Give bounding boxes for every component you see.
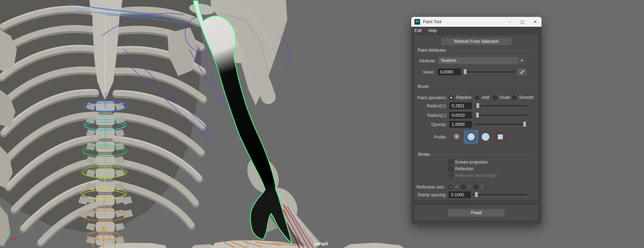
profile-soft-button[interactable] (464, 130, 478, 144)
maximize-button[interactable]: □ (516, 17, 529, 27)
stroke-section-header[interactable]: Stroke (418, 152, 535, 157)
window-titlebar[interactable]: M Paint Tool – □ ✕ (411, 17, 542, 27)
minimize-button[interactable]: – (504, 17, 516, 27)
brush-profile-square-icon (495, 132, 505, 142)
profile-square-button[interactable] (493, 130, 507, 144)
reflection-about-origin-checkbox (448, 173, 454, 178)
radius-l-slider[interactable] (475, 112, 527, 118)
opacity-input[interactable] (449, 121, 472, 128)
radius-u-label: Radius(U): (414, 103, 447, 108)
value-input[interactable] (438, 69, 461, 75)
radius-l-input[interactable] (449, 112, 472, 119)
maya-app-icon: M (414, 19, 420, 25)
radius-l-label: Radius(L): (414, 113, 447, 118)
reflection-checkbox[interactable] (448, 166, 454, 172)
radius-u-slider[interactable] (475, 103, 527, 108)
radius-u-input[interactable] (449, 102, 472, 109)
stamp-spacing-slider[interactable] (473, 192, 527, 197)
profile-solid-button[interactable] (479, 130, 493, 144)
slider-handle[interactable] (476, 103, 479, 108)
window-title: Paint Tool (423, 19, 441, 24)
brush-section-header[interactable]: Brush (418, 84, 535, 89)
flood-panel: Flood (414, 205, 539, 221)
close-button[interactable]: ✕ (529, 17, 542, 27)
opacity-label: Opacity: (414, 122, 447, 127)
radio-icon (474, 185, 478, 189)
radio-icon (493, 95, 497, 100)
radio-icon (461, 185, 465, 189)
value-label: Value: (414, 70, 434, 75)
paint-operation-label: Paint operation: (414, 95, 447, 100)
reflection-axis-y-radio: Y (461, 184, 471, 189)
radio-icon (448, 185, 453, 189)
axis-x-label: x (14, 236, 16, 240)
brush-profile-solid-icon (481, 132, 490, 142)
screen-projection-label: Screen projection (455, 160, 488, 165)
slider-handle[interactable] (475, 192, 478, 197)
value-picker-button[interactable] (518, 68, 526, 76)
slider-handle[interactable] (523, 122, 526, 127)
paint-operation-add-radio[interactable]: Add (475, 95, 489, 100)
axis-z-label: z (10, 236, 12, 240)
paint-attributes-section-header[interactable]: Paint Attributes (418, 48, 535, 53)
attribute-dropdown[interactable]: Tendons ▼ (438, 57, 526, 64)
paint-tool-window: M Paint Tool – □ ✕ Edit Help Refresh Fro… (411, 17, 542, 224)
stamp-spacing-input[interactable] (449, 191, 471, 198)
paint-operation-replace-radio[interactable]: Replace (449, 95, 471, 100)
brush-profile-gaussian-icon (452, 132, 462, 142)
flood-button[interactable]: Flood (448, 209, 505, 217)
paint-operation-scale-radio[interactable]: Scale (493, 95, 510, 100)
tool-settings-panel: Refresh From Selection Paint Attributes … (414, 34, 539, 201)
attribute-label: Attribute: (414, 58, 436, 63)
slider-handle[interactable] (464, 69, 467, 74)
menu-help[interactable]: Help (425, 28, 440, 33)
radio-icon (512, 95, 517, 100)
paint-operation-smooth-radio[interactable]: Smooth (512, 95, 533, 100)
brush-profile-soft-icon (466, 132, 476, 142)
chevron-down-icon: ▼ (518, 57, 526, 64)
menubar: Edit Help (411, 27, 542, 34)
camera-name-label: persp5 (314, 241, 328, 246)
reflection-axis-z-radio: Z (474, 184, 483, 189)
screen-projection-checkbox[interactable] (448, 160, 454, 165)
reflection-axis-label: Reflection axis: (414, 185, 445, 190)
profile-label: Profile: (414, 135, 447, 140)
viewport-3d[interactable]: y x z persp5 (0, 0, 644, 248)
pencil-icon (520, 70, 525, 75)
reflection-label: Reflection (455, 166, 474, 172)
attribute-dropdown-value: Tendons (438, 57, 518, 64)
slider-handle[interactable] (476, 113, 479, 117)
opacity-slider[interactable] (475, 121, 527, 127)
profile-gaussian-button[interactable] (450, 130, 464, 144)
reflection-about-origin-label: Reflection about origin (455, 173, 497, 178)
radio-icon (449, 95, 454, 100)
reflection-axis-x-radio: X (448, 184, 458, 189)
stamp-spacing-label: Stamp spacing: (414, 192, 446, 197)
menu-edit[interactable]: Edit (411, 28, 425, 33)
refresh-from-selection-button[interactable]: Refresh From Selection (441, 38, 512, 45)
value-slider[interactable] (463, 69, 515, 75)
radio-icon (475, 95, 479, 100)
axis-y-label: y (8, 229, 10, 233)
